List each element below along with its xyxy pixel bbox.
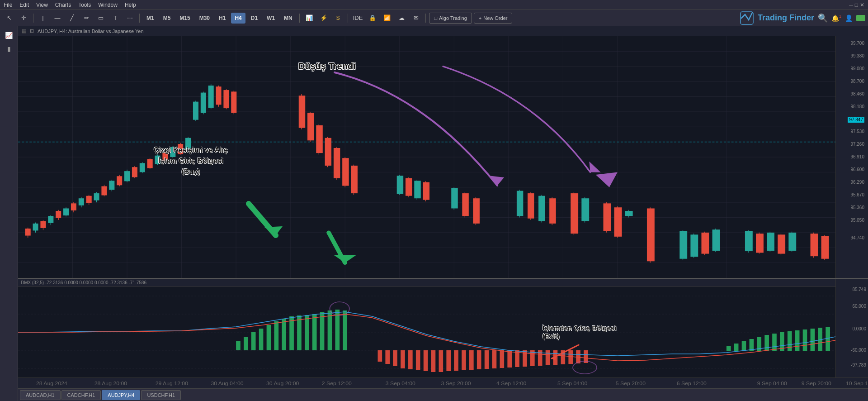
menu-view[interactable]: View xyxy=(36,2,48,8)
svg-rect-67 xyxy=(155,156,160,164)
tf-h1[interactable]: H1 xyxy=(215,13,229,24)
svg-rect-35 xyxy=(33,224,38,231)
tf-d1[interactable]: D1 xyxy=(247,13,261,24)
svg-rect-169 xyxy=(236,341,241,350)
svg-text:2 Sep 12:00: 2 Sep 12:00 xyxy=(322,381,352,386)
ind-price-60: 60.000 xyxy=(852,304,866,309)
ide-btn[interactable]: IDE xyxy=(351,12,365,24)
tab-audcad[interactable]: AUDCAD,H1 xyxy=(20,390,61,400)
price-95670: 95.670 xyxy=(850,192,864,197)
text-tool[interactable]: T xyxy=(109,12,122,24)
window-close[interactable]: ✕ xyxy=(860,2,864,8)
svg-rect-131 xyxy=(614,207,622,237)
logo-icon xyxy=(740,11,754,25)
left-chart-btn[interactable]: 📈 xyxy=(2,29,16,42)
svg-rect-97 xyxy=(334,148,340,178)
more-tools[interactable]: ⋯ xyxy=(123,12,136,24)
left-candle-btn[interactable]: ▮ xyxy=(2,43,16,55)
search-btn[interactable]: 🔍 xyxy=(818,13,828,23)
svg-rect-85 xyxy=(223,90,229,108)
price-97530: 97.530 xyxy=(850,129,864,134)
svg-rect-99 xyxy=(342,158,349,186)
new-order-label: New Order xyxy=(483,15,507,21)
chart-symbol: AUDJPY, H4: Australian Dollar vs Japanes… xyxy=(38,29,144,34)
svg-rect-189 xyxy=(408,350,413,369)
mail-btn[interactable]: ✉ xyxy=(410,12,422,24)
lock-btn[interactable]: 🔒 xyxy=(366,12,379,24)
crosshair-tool[interactable]: ✛ xyxy=(17,12,30,24)
trend-line-tool[interactable]: ╱ xyxy=(66,12,78,24)
menu-tools[interactable]: Tools xyxy=(78,2,91,8)
vertical-line-tool[interactable]: | xyxy=(37,12,49,24)
chart-header: ▦ ⊞ AUDJPY, H4: Australian Dollar vs Jap… xyxy=(18,26,868,36)
svg-rect-194 xyxy=(446,350,451,371)
notification-btn[interactable]: 🔔1 xyxy=(831,14,841,22)
menu-bar: File Edit View Charts Tools Window Help … xyxy=(0,0,868,10)
menu-edit[interactable]: Edit xyxy=(19,2,29,8)
svg-marker-160 xyxy=(596,172,618,187)
main-chart[interactable]: Düşüş Trendi Çizgi Kesişimi ve Alışİşlem… xyxy=(18,36,835,278)
cloud-btn[interactable]: ☁ xyxy=(395,12,408,24)
svg-rect-37 xyxy=(40,221,46,228)
signals[interactable]: $ xyxy=(332,12,344,24)
cursor-tool[interactable]: ↖ xyxy=(3,12,15,24)
tf-h4[interactable]: H4 xyxy=(231,13,245,24)
svg-rect-77 xyxy=(193,102,198,120)
menu-help[interactable]: Help xyxy=(125,2,136,8)
chart-type-icon: ▦ xyxy=(22,28,26,34)
tf-m5[interactable]: M5 xyxy=(160,13,175,24)
draw-tool[interactable]: ✏ xyxy=(80,12,93,24)
svg-rect-151 xyxy=(778,234,785,253)
svg-rect-149 xyxy=(767,233,774,251)
tf-mn[interactable]: MN xyxy=(280,13,296,24)
menu-charts[interactable]: Charts xyxy=(55,2,71,8)
svg-text:9 Sep 04:00: 9 Sep 04:00 xyxy=(757,381,787,386)
window-minimize[interactable]: ─ xyxy=(849,2,853,8)
tf-w1[interactable]: W1 xyxy=(263,13,278,24)
tf-m30[interactable]: M30 xyxy=(196,13,213,24)
price-99700: 99.700 xyxy=(850,41,864,46)
svg-rect-101 xyxy=(351,166,357,193)
chart-type[interactable]: 📊 xyxy=(303,12,316,24)
indicator-price-axis: 85.749 60.000 0.0000 -60.000 -97.789 xyxy=(835,279,868,377)
window-maximize[interactable]: □ xyxy=(855,2,858,8)
svg-rect-227 xyxy=(826,327,830,351)
horizontal-line-tool[interactable]: — xyxy=(51,12,64,24)
indicators[interactable]: ⚡ xyxy=(317,12,330,24)
svg-rect-53 xyxy=(101,186,107,196)
tab-usdchf[interactable]: USDCHF,H1 xyxy=(141,390,181,400)
svg-rect-145 xyxy=(745,231,753,251)
menu-window[interactable]: Window xyxy=(98,2,118,8)
shapes-tool[interactable]: ▭ xyxy=(94,12,107,24)
svg-text:10 Sep 12:00: 10 Sep 12:00 xyxy=(846,381,868,386)
tf-m15[interactable]: M15 xyxy=(176,13,193,24)
price-98700: 98.700 xyxy=(850,79,864,84)
tf-m1[interactable]: M1 xyxy=(143,13,158,24)
chart-svg xyxy=(18,36,835,278)
algo-trading-btn[interactable]: □ Algo Trading xyxy=(429,13,472,24)
time-axis-svg: 28 Aug 2024 28 Aug 20:00 29 Aug 12:00 30… xyxy=(36,378,868,389)
new-order-btn[interactable]: + New Order xyxy=(474,13,513,24)
menu-file[interactable]: File xyxy=(4,2,12,8)
svg-rect-57 xyxy=(117,176,122,185)
main-content: 📈 ▮ ▦ ⊞ AUDJPY, H4: Australian Dollar vs… xyxy=(0,26,868,401)
tab-audjpy[interactable]: AUDJPY,H4 xyxy=(102,390,140,400)
algo-trading-label: Algo Trading xyxy=(439,15,467,21)
tab-cadchf[interactable]: CADCHF,H1 xyxy=(61,390,101,400)
price-99380: 99.380 xyxy=(850,53,864,58)
toolbar-separator-1 xyxy=(33,14,33,23)
toolbar-separator-2 xyxy=(139,14,140,23)
user-btn[interactable]: 👤 xyxy=(845,14,853,22)
svg-rect-125 xyxy=(571,193,578,234)
toolbar-separator-3 xyxy=(299,14,300,23)
current-price-label: 97.847 xyxy=(848,117,864,123)
svg-rect-59 xyxy=(124,171,130,181)
indicator-chart[interactable]: DMX (32,5) -72.3136 0.0000 0.0000 0.0000… xyxy=(18,279,835,377)
svg-rect-73 xyxy=(178,144,183,154)
svg-rect-153 xyxy=(788,233,796,251)
svg-rect-119 xyxy=(528,193,534,219)
network-btn[interactable]: 📶 xyxy=(381,12,393,24)
svg-text:3 Sep 20:00: 3 Sep 20:00 xyxy=(441,381,471,386)
svg-rect-173 xyxy=(267,325,271,350)
svg-rect-121 xyxy=(538,196,545,221)
